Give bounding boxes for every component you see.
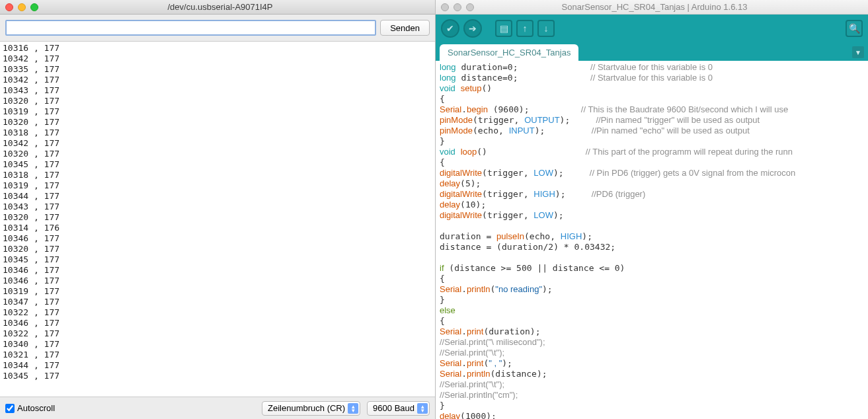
ide-toolbar: ✔ ➔ ▤ ↑ ↓ 🔍 (436, 15, 868, 42)
verify-button[interactable]: ✔ (441, 19, 459, 38)
send-button[interactable]: Senden (380, 20, 430, 36)
serial-output[interactable]: 10316 , 177 10342 , 177 10335 , 177 1034… (0, 42, 435, 397)
zoom-icon[interactable] (466, 3, 474, 11)
line-ending-value: Zeilenumbruch (CR) (268, 403, 345, 413)
baud-select[interactable]: 9600 Baud ▴▾ (367, 401, 430, 416)
traffic-lights (441, 3, 474, 11)
serial-title: /dev/cu.usbserial-A9071I4P (44, 2, 397, 12)
upload-button[interactable]: ➔ (463, 19, 482, 38)
new-sketch-button[interactable]: ▤ (495, 20, 512, 37)
code-editor[interactable]: long duration=0; // Startvalue for this … (436, 61, 868, 419)
ide-titlebar: SonarSensor_HC_SR04_Tanjas | Arduino 1.6… (436, 0, 868, 15)
serial-titlebar: /dev/cu.usbserial-A9071I4P (0, 0, 435, 15)
serial-monitor-button[interactable]: 🔍 (846, 20, 863, 37)
autoscroll-toggle[interactable]: Autoscroll (5, 403, 255, 413)
open-sketch-button[interactable]: ↑ (516, 20, 533, 37)
serial-input[interactable] (5, 20, 376, 36)
serial-monitor-window: /dev/cu.usbserial-A9071I4P Senden 10316 … (0, 0, 436, 419)
minimize-icon[interactable] (18, 3, 26, 11)
line-ending-select[interactable]: Zeilenumbruch (CR) ▴▾ (262, 401, 360, 416)
save-sketch-button[interactable]: ↓ (537, 20, 555, 37)
chevron-updown-icon: ▴▾ (417, 403, 428, 414)
ide-title: SonarSensor_HC_SR04_Tanjas | Arduino 1.6… (479, 2, 830, 12)
tab-menu-button[interactable]: ▼ (852, 46, 864, 58)
sketch-tab[interactable]: SonarSensor_HC_SR04_Tanjas (440, 44, 578, 61)
close-icon[interactable] (5, 3, 13, 11)
serial-input-row: Senden (0, 15, 435, 42)
arduino-ide-window: SonarSensor_HC_SR04_Tanjas | Arduino 1.6… (436, 0, 868, 419)
baud-value: 9600 Baud (373, 403, 414, 413)
zoom-icon[interactable] (30, 3, 38, 11)
traffic-lights (5, 3, 38, 11)
chevron-updown-icon: ▴▾ (348, 403, 358, 414)
autoscroll-label: Autoscroll (17, 403, 55, 413)
tab-bar: SonarSensor_HC_SR04_Tanjas ▼ (436, 42, 868, 61)
minimize-icon[interactable] (454, 3, 461, 11)
autoscroll-checkbox[interactable] (5, 404, 15, 413)
close-icon[interactable] (441, 3, 449, 11)
serial-bottombar: Autoscroll Zeilenumbruch (CR) ▴▾ 9600 Ba… (0, 397, 435, 419)
